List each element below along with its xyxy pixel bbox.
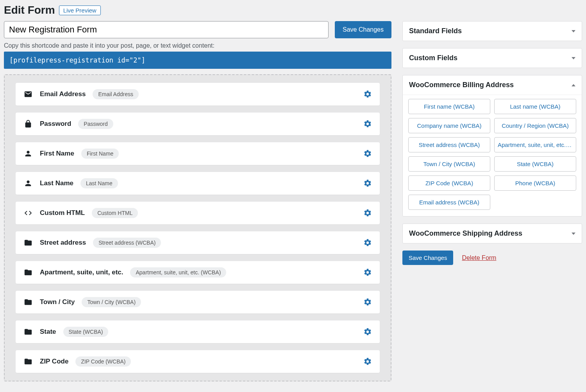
live-preview-button[interactable]: Live Preview <box>59 5 101 15</box>
gear-icon[interactable] <box>363 238 372 247</box>
panel-title: WooCommerce Shipping Address <box>409 229 522 238</box>
gear-icon[interactable] <box>363 90 372 98</box>
billing-field-button[interactable]: Phone (WCBA) <box>494 175 576 191</box>
field-label: Custom HTML <box>40 209 85 217</box>
form-field-row[interactable]: Town / CityTown / City (WCBA) <box>16 291 380 313</box>
shortcode-hint: Copy this shortcode and paste it into yo… <box>4 42 391 49</box>
panel-header-standard[interactable]: Standard Fields <box>403 21 582 41</box>
field-label: Last Name <box>40 179 73 187</box>
field-label: Street address <box>40 239 86 247</box>
panel-title: Custom Fields <box>409 54 457 62</box>
folder-icon <box>23 297 33 307</box>
billing-field-button[interactable]: Company name (WCBA) <box>408 118 490 133</box>
gear-icon[interactable] <box>363 298 372 306</box>
chevron-down-icon <box>572 57 575 59</box>
chevron-down-icon <box>572 233 575 235</box>
panel-header-billing[interactable]: WooCommerce Billing Address <box>403 75 582 95</box>
field-chip: State (WCBA) <box>63 327 109 337</box>
billing-field-button[interactable]: Last name (WCBA) <box>494 99 576 114</box>
lock-icon <box>23 119 33 129</box>
field-label: ZIP Code <box>40 358 68 365</box>
field-chip: Town / City (WCBA) <box>82 297 141 307</box>
billing-field-button[interactable]: First name (WCBA) <box>408 99 490 114</box>
billing-field-button[interactable]: Email address (WCBA) <box>408 195 490 210</box>
delete-form-link[interactable]: Delete Form <box>462 254 496 261</box>
billing-field-button[interactable]: State (WCBA) <box>494 156 576 172</box>
field-chip: Last Name <box>80 178 118 188</box>
form-title-input[interactable] <box>4 21 329 38</box>
folder-icon <box>23 357 33 366</box>
panel-standard-fields: Standard Fields <box>402 21 582 41</box>
form-field-row[interactable]: ZIP CodeZIP Code (WCBA) <box>16 350 380 373</box>
panel-title: Standard Fields <box>409 27 462 35</box>
billing-field-button[interactable]: ZIP Code (WCBA) <box>408 175 490 191</box>
field-chip: Email Address <box>93 89 138 99</box>
field-label: Password <box>40 120 71 128</box>
field-chip: Password <box>78 119 113 129</box>
mail-icon <box>23 89 33 99</box>
gear-icon[interactable] <box>363 179 372 188</box>
field-chip: Custom HTML <box>92 208 138 218</box>
form-field-row[interactable]: Email AddressEmail Address <box>16 83 380 106</box>
field-chip: Street address (WCBA) <box>93 238 161 248</box>
panel-header-shipping[interactable]: WooCommerce Shipping Address <box>403 224 582 243</box>
field-chip: First Name <box>81 149 119 159</box>
gear-icon[interactable] <box>363 209 372 217</box>
panel-shipping-address: WooCommerce Shipping Address <box>402 224 582 243</box>
field-chip: ZIP Code (WCBA) <box>75 356 131 367</box>
form-field-row[interactable]: Street addressStreet address (WCBA) <box>16 231 380 254</box>
save-changes-button[interactable]: Save Changes <box>335 21 391 38</box>
panel-custom-fields: Custom Fields <box>402 48 582 68</box>
field-label: First Name <box>40 150 74 158</box>
panel-billing-address: WooCommerce Billing Address First name (… <box>402 75 582 217</box>
field-label: Town / City <box>40 298 75 306</box>
shortcode-box[interactable]: [profilepress-registration id="2"] <box>4 52 391 69</box>
folder-icon <box>23 238 33 247</box>
gear-icon[interactable] <box>363 328 372 336</box>
gear-icon[interactable] <box>363 149 372 158</box>
field-chip: Apartment, suite, unit, etc. (WCBA) <box>130 267 226 277</box>
user-icon <box>23 149 33 158</box>
field-label: Apartment, suite, unit, etc. <box>40 268 123 276</box>
chevron-up-icon <box>572 84 575 86</box>
billing-field-button[interactable]: Apartment, suite, unit, etc. (WCBA) <box>494 137 576 152</box>
billing-field-button[interactable]: Town / City (WCBA) <box>408 156 490 172</box>
form-field-row[interactable]: Apartment, suite, unit, etc.Apartment, s… <box>16 261 380 284</box>
folder-icon <box>23 327 33 337</box>
gear-icon[interactable] <box>363 357 372 366</box>
form-field-row[interactable]: StateState (WCBA) <box>16 320 380 343</box>
form-field-row[interactable]: First NameFirst Name <box>16 142 380 165</box>
form-builder-area: Email AddressEmail AddressPasswordPasswo… <box>4 74 391 381</box>
code-icon <box>23 208 33 218</box>
panel-header-custom[interactable]: Custom Fields <box>403 48 582 68</box>
save-changes-button-sidebar[interactable]: Save Changes <box>402 251 453 265</box>
billing-field-button[interactable]: Country / Region (WCBA) <box>494 118 576 133</box>
form-field-row[interactable]: Custom HTMLCustom HTML <box>16 202 380 224</box>
field-label: Email Address <box>40 90 86 98</box>
user-icon <box>23 179 33 188</box>
form-field-row[interactable]: Last NameLast Name <box>16 172 380 195</box>
panel-title: WooCommerce Billing Address <box>409 81 514 89</box>
chevron-down-icon <box>572 30 575 32</box>
gear-icon[interactable] <box>363 268 372 277</box>
gear-icon[interactable] <box>363 120 372 128</box>
form-field-row[interactable]: PasswordPassword <box>16 113 380 135</box>
billing-field-button[interactable]: Street address (WCBA) <box>408 137 490 152</box>
folder-icon <box>23 268 33 277</box>
page-title: Edit Form <box>4 4 55 16</box>
field-label: State <box>40 328 56 336</box>
